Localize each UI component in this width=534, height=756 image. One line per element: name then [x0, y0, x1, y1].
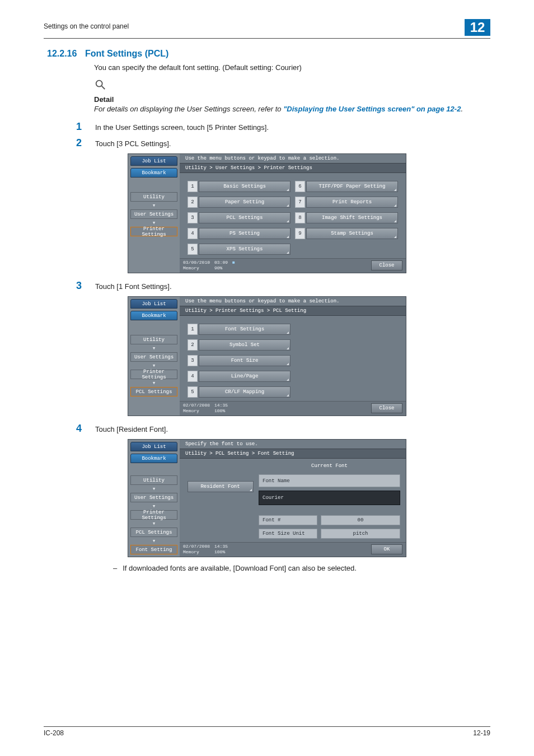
breadcrumb: Utility > User Settings > Printer Settin… [180, 163, 406, 173]
side-printer-settings[interactable]: Printer Settings [130, 510, 177, 520]
status-mem-val: 100% [214, 549, 228, 555]
pcl-settings-button[interactable]: PCL Settings [199, 212, 291, 223]
arrow-down-icon: ▾ [152, 539, 156, 543]
arrow-down-icon: ▾ [152, 364, 156, 367]
symbol-set-button[interactable]: Symbol Set [199, 339, 291, 351]
status-mem-label: Memory [183, 265, 210, 271]
image-shift-button[interactable]: Image Shift Settings [306, 212, 398, 223]
step-2-text: Touch [3 PCL Settings]. [95, 139, 171, 148]
resident-font-button[interactable]: Resident Font [188, 481, 254, 492]
detail-body: For details on displaying the User Setti… [94, 105, 490, 113]
print-reports-button[interactable]: Print Reports [306, 197, 398, 208]
side-pcl-settings[interactable]: PCL Settings [130, 387, 177, 396]
breadcrumb: Utility > Printer Settings > PCL Setting [180, 306, 406, 316]
arrow-down-icon: ▾ [152, 221, 156, 225]
header-rule [44, 38, 490, 39]
opt-num: 3 [188, 212, 198, 223]
font-size-unit-label: Font Size Unit [259, 529, 317, 539]
side-printer-settings[interactable]: Printer Settings [130, 227, 177, 236]
font-size-button[interactable]: Font Size [199, 355, 291, 366]
status-icon: ■ [232, 260, 235, 271]
step-3-text: Touch [1 Font Settings]. [95, 282, 172, 291]
side-utility[interactable]: Utility [130, 475, 177, 485]
step-1-number: 1 [74, 121, 82, 133]
opt-num: 9 [295, 228, 305, 239]
step-4-number: 4 [74, 423, 82, 435]
opt-num: 3 [188, 355, 198, 366]
font-size-unit-value: pitch [321, 529, 400, 539]
section-number: 12.2.16 [47, 49, 75, 59]
screenshot-printer-settings: Job List Bookmark Utility ▾ User Setting… [128, 153, 406, 273]
arrow-down-icon: ▾ [152, 505, 156, 508]
footer-right: 12-19 [473, 729, 490, 737]
font-num-value: 00 [321, 515, 400, 525]
ok-button[interactable]: OK [371, 544, 402, 554]
status-time: 14:35 [214, 403, 228, 408]
ps-setting-button[interactable]: PS Setting [199, 228, 291, 239]
detail-icon [94, 78, 490, 94]
svg-line-1 [102, 86, 105, 90]
side-printer-settings[interactable]: Printer Settings [130, 370, 177, 379]
screenshot-pcl-setting: Job List Bookmark Utility ▾ User Setting… [128, 296, 406, 416]
status-mem-val: 100% [214, 408, 228, 414]
side-utility[interactable]: Utility [130, 192, 177, 202]
font-name-value: Courier [259, 491, 400, 505]
status-mem-val: 90% [214, 265, 228, 271]
status-date: 03/09/2010 [183, 260, 210, 265]
line-page-button[interactable]: Line/Page [199, 371, 291, 382]
opt-num: 5 [188, 244, 198, 255]
arrow-down-icon: ▾ [152, 204, 156, 207]
bookmark-tab[interactable]: Bookmark [130, 168, 177, 178]
font-num-label: Font # [259, 515, 317, 525]
opt-num: 5 [188, 386, 198, 398]
crlf-mapping-button[interactable]: CR/LF Mapping [199, 386, 291, 398]
detail-link[interactable]: "Displaying the User Settings screen" on… [283, 105, 461, 113]
opt-num: 4 [188, 371, 198, 382]
bookmark-tab[interactable]: Bookmark [130, 311, 177, 320]
font-settings-button[interactable]: Font Settings [199, 324, 291, 335]
opt-num: 1 [188, 181, 198, 192]
close-button[interactable]: Close [371, 260, 402, 270]
font-name-label: Font Name [259, 474, 400, 487]
status-date: 02/07/2008 [183, 403, 210, 408]
arrow-down-icon: ▾ [152, 522, 156, 525]
side-user-settings[interactable]: User Settings [130, 352, 177, 362]
arrow-down-icon: ▾ [152, 381, 156, 385]
breadcrumb: Utility > PCL Setting > Font Setting [180, 449, 406, 459]
opt-num: 2 [188, 197, 198, 208]
step-4-text: Touch [Resident Font]. [95, 425, 168, 433]
detail-suffix: . [461, 105, 463, 113]
joblist-tab[interactable]: Job List [130, 299, 177, 309]
section-intro: You can specify the default font setting… [94, 63, 490, 72]
side-utility[interactable]: Utility [130, 335, 177, 344]
footer-left: IC-208 [44, 729, 64, 737]
close-button[interactable]: Close [371, 403, 402, 413]
side-pcl-settings[interactable]: PCL Settings [130, 528, 177, 537]
side-user-settings[interactable]: User Settings [130, 493, 177, 502]
instruction-text: Specify the font to use. [180, 440, 406, 449]
paper-setting-button[interactable]: Paper Setting [199, 197, 291, 208]
current-font-title: Current Font [259, 463, 400, 471]
status-time: 03:09 [214, 260, 228, 265]
step-4-note: If downloaded fonts are available, [Down… [113, 564, 490, 572]
joblist-tab[interactable]: Job List [130, 156, 177, 166]
xps-settings-button[interactable]: XPS Settings [199, 244, 291, 255]
joblist-tab[interactable]: Job List [130, 442, 177, 451]
bookmark-tab[interactable]: Bookmark [130, 454, 177, 463]
step-1-text: In the User Settings screen, touch [5 Pr… [95, 123, 269, 132]
basic-settings-button[interactable]: Basic Settings [199, 181, 291, 192]
detail-prefix: For details on displaying the User Setti… [94, 105, 283, 113]
section-title: Font Settings (PCL) [85, 49, 168, 59]
screenshot-font-setting: Job List Bookmark Utility ▾ User Setting… [128, 439, 406, 557]
side-font-setting[interactable]: Font Setting [130, 545, 177, 554]
tiff-pdf-button[interactable]: TIFF/PDF Paper Setting [306, 181, 398, 192]
opt-num: 6 [295, 181, 305, 192]
side-user-settings[interactable]: User Settings [130, 209, 177, 219]
stamp-settings-button[interactable]: Stamp Settings [306, 228, 398, 239]
status-date: 02/07/2008 [183, 544, 210, 549]
status-mem-label: Memory [183, 549, 210, 555]
instruction-text: Use the menu buttons or keypad to make a… [180, 297, 406, 306]
running-head: Settings on the control panel [44, 19, 129, 30]
arrow-down-icon: ▾ [152, 487, 156, 491]
chapter-number: 12 [465, 19, 490, 36]
